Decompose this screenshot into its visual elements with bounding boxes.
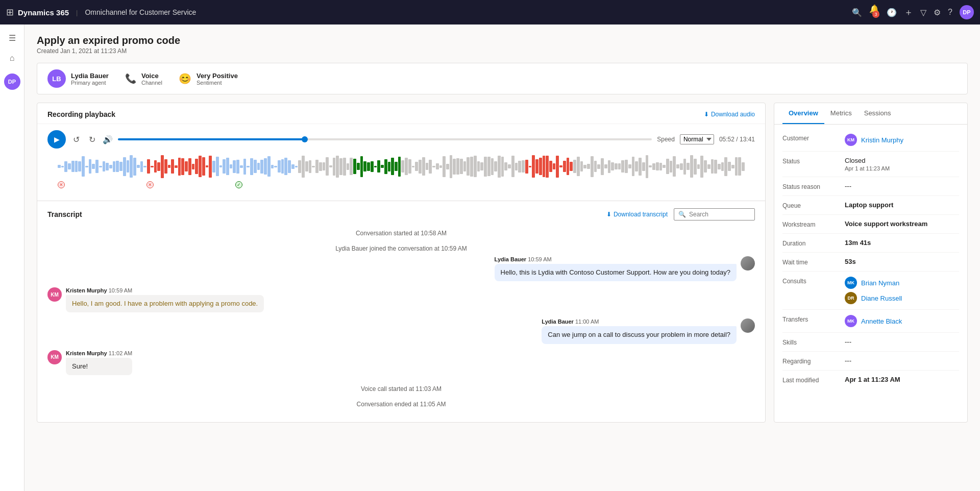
label-workstream: Workstream — [782, 220, 839, 228]
nav-separator: | — [76, 9, 78, 16]
page-header: Apply an expired promo code Created Jan … — [37, 35, 968, 55]
sidebar-user-avatar[interactable]: DP — [4, 73, 20, 90]
user-avatar[interactable]: DP — [960, 5, 974, 19]
rewind-button[interactable]: ↺ — [71, 133, 82, 146]
sidebar: ☰ ⌂ DP — [0, 24, 24, 491]
agent-bar: LB Lydia Bauer Primary agent 📞 Voice Cha… — [37, 63, 968, 94]
info-workstream: Workstream Voice support workstream — [782, 215, 959, 234]
download-audio-link[interactable]: ⬇ Download audio — [704, 111, 755, 118]
value-status-reason: --- — [845, 182, 959, 190]
forward-button[interactable]: ↻ — [87, 133, 97, 146]
download-transcript-link[interactable]: ⬇ Download transcript — [606, 211, 668, 218]
info-status: Status Closed Apr 1 at 11:23 AM — [782, 152, 959, 177]
value-transfers: MK Annette Black — [845, 315, 959, 327]
transcript-search-input[interactable] — [689, 211, 750, 218]
info-skills: Skills --- — [782, 333, 959, 352]
agent-role: Primary agent — [71, 80, 109, 86]
info-regarding: Regarding --- — [782, 352, 959, 371]
consult-2-name[interactable]: Diane Russell — [861, 294, 902, 302]
channel-sub: Channel — [141, 80, 162, 86]
value-last-modified: Apr 1 at 11:23 AM — [845, 376, 959, 383]
channel-info: 📞 Voice Channel — [125, 72, 162, 86]
settings-icon[interactable]: ⚙ — [934, 8, 941, 17]
tabs-header: Overview Metrics Sessions — [774, 103, 967, 125]
download-audio-label: Download audio — [711, 111, 755, 118]
system-msg-1: Conversation started at 10:58 AM — [47, 226, 755, 241]
progress-bar[interactable] — [118, 138, 652, 140]
download-transcript-icon: ⬇ — [606, 211, 611, 218]
message-4: KM Kristen Murphy 11:02 AM Sure! — [47, 350, 755, 375]
speed-select[interactable]: Normal 0.5x 0.75x 1.25x 1.5x 2x — [680, 134, 714, 144]
volume-icon[interactable]: 🔊 — [103, 135, 113, 144]
page-title: Apply an expired promo code — [37, 35, 968, 46]
agent-avatar: LB — [47, 69, 66, 88]
msg2-bubble: Hello, I am good. I have a problem with … — [66, 295, 264, 312]
brand-name: Dynamics 365 — [18, 8, 69, 17]
page-created: Created Jan 1, 2021 at 11:23 AM — [37, 47, 968, 55]
info-wait-time: Wait time 53s — [782, 253, 959, 272]
msg1-content: Lydia Bauer 10:59 AM Hello, this is Lydi… — [495, 256, 737, 281]
clock-icon[interactable]: 🕐 — [887, 8, 897, 17]
message-1: Lydia Bauer 10:59 AM Hello, this is Lydi… — [47, 256, 755, 281]
player-controls: ▶ ↺ ↻ 🔊 Speed Normal — [47, 130, 755, 149]
sentiment-icon: 😊 — [179, 72, 191, 85]
waveform[interactable]: ✕ ✕ ✓ — [47, 154, 755, 194]
msg3-meta: Lydia Bauer 11:00 AM — [542, 318, 737, 325]
search-icon[interactable]: 🔍 — [852, 8, 862, 17]
system-msg-3: Voice call started at 11:03 AM — [47, 381, 755, 397]
tab-metrics[interactable]: Metrics — [824, 103, 858, 124]
message-2: KM Kristen Murphy 10:59 AM Hello, I am g… — [47, 287, 755, 312]
sidebar-home-btn[interactable]: ⌂ — [3, 49, 21, 67]
play-button[interactable]: ▶ — [47, 130, 66, 149]
label-customer: Customer — [782, 134, 839, 142]
speed-label: Speed — [657, 136, 675, 143]
value-wait-time: 53s — [845, 258, 959, 265]
customer-avatar-small: KM — [845, 134, 857, 146]
main-content: Apply an expired promo code Created Jan … — [24, 24, 980, 491]
chat-area: Conversation started at 10:58 AM Lydia B… — [37, 226, 765, 422]
value-consults: MK Brian Nyman DR Diane Russell — [845, 277, 959, 304]
value-status: Closed Apr 1 at 11:23 AM — [845, 157, 959, 171]
filter-icon[interactable]: ▽ — [920, 8, 926, 17]
label-duration: Duration — [782, 239, 839, 247]
sentiment-sub: Sentiment — [197, 80, 238, 86]
value-duration: 13m 41s — [845, 239, 959, 247]
sentiment-markers: ✕ ✕ ✓ — [58, 179, 745, 190]
label-consults: Consults — [782, 277, 839, 285]
left-panel: Recording playback ⬇ Download audio ▶ ↺ … — [37, 103, 766, 423]
info-duration: Duration 13m 41s — [782, 234, 959, 253]
label-last-modified: Last modified — [782, 376, 839, 384]
notification-icon[interactable]: 🔔 3 — [869, 4, 879, 21]
transcript-search-box[interactable]: 🔍 — [674, 208, 755, 220]
transcript-header: Transcript ⬇ Download transcript 🔍 — [37, 201, 765, 226]
message-3: Lydia Bauer 11:00 AM Can we jump on a ca… — [47, 318, 755, 343]
consult-2-avatar: DR — [845, 292, 857, 304]
add-icon[interactable]: ＋ — [904, 6, 913, 18]
overview-content: Customer KM Kristin Murphy Status Close — [774, 125, 967, 393]
customer-name-link[interactable]: Kristin Murphy — [861, 136, 903, 144]
tab-sessions[interactable]: Sessions — [858, 103, 897, 124]
sentiment-value: Very Positive — [197, 72, 238, 80]
channel-label: Voice — [141, 72, 162, 80]
sidebar-menu-btn[interactable]: ☰ — [3, 29, 21, 47]
transfer-1-name[interactable]: Annette Black — [861, 317, 902, 325]
info-customer: Customer KM Kristin Murphy — [782, 129, 959, 152]
value-queue: Laptop support — [845, 201, 959, 209]
consult-1-avatar: MK — [845, 277, 857, 289]
info-transfers: Transfers MK Annette Black — [782, 310, 959, 333]
msg2-meta: Kristen Murphy 10:59 AM — [66, 287, 264, 293]
grid-icon[interactable]: ⊞ — [6, 7, 14, 18]
consult-1-name[interactable]: Brian Nyman — [861, 279, 899, 287]
agent-avatar-msg1 — [741, 256, 755, 271]
positive-marker: ✓ — [235, 181, 242, 188]
consult-1: MK Brian Nyman — [845, 277, 959, 289]
agent-name: Lydia Bauer — [71, 72, 109, 80]
phone-icon: 📞 — [125, 73, 136, 84]
help-icon[interactable]: ? — [948, 8, 952, 17]
tab-overview[interactable]: Overview — [782, 103, 824, 124]
download-transcript-label: Download transcript — [614, 211, 668, 218]
consult-2: DR Diane Russell — [845, 292, 959, 304]
label-wait-time: Wait time — [782, 258, 839, 266]
label-queue: Queue — [782, 201, 839, 209]
transcript-title: Transcript — [47, 210, 82, 218]
